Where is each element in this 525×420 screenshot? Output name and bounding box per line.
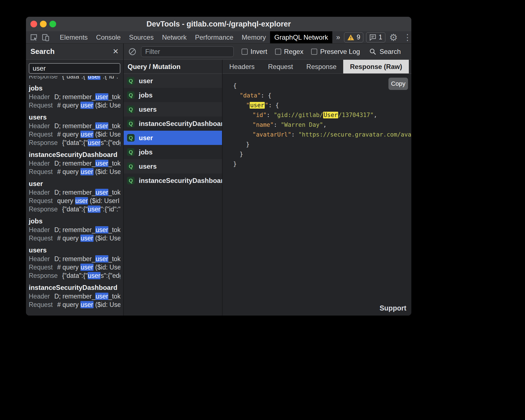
invert-checkbox[interactable] [242, 49, 248, 55]
messages-badge[interactable]: 1 [366, 32, 385, 42]
kebab-menu-icon[interactable]: ⋮ [402, 33, 411, 42]
json-segment: } [233, 161, 237, 167]
search-result-row[interactable]: Request# query user ($id: UserI [29, 234, 120, 242]
clear-icon[interactable] [128, 47, 137, 56]
query-list-panel: Query / Mutation QuserQjobsQusersQinstan… [124, 60, 223, 316]
query-row-jobs[interactable]: Qjobs [124, 88, 222, 102]
search-result-row[interactable]: Response{"data":{"users":{"edges [29, 139, 120, 147]
text-segment: _token=e [108, 93, 120, 101]
result-row-label: Header [29, 293, 50, 300]
search-result-group-title: jobs [29, 217, 120, 226]
match-highlight: user [88, 76, 101, 80]
support-link[interactable]: Support [380, 304, 406, 312]
search-result-row[interactable]: HeaderD; remember_user_token=e [29, 93, 120, 101]
search-result-row[interactable]: HeaderD; remember_user_token=e [29, 255, 120, 263]
query-row-users[interactable]: Qusers [124, 102, 222, 116]
close-window-button[interactable] [30, 21, 37, 27]
search-result-group-title: instanceSecurityDashboard [29, 150, 120, 159]
text-segment: D; remember_ [54, 293, 95, 300]
detail-tab-request[interactable]: Request [261, 60, 300, 73]
detail-tabs-container: HeadersRequestResponseResponse (Raw) [223, 60, 409, 73]
query-type-badge: Q [127, 177, 135, 184]
close-search-panel-icon[interactable]: ✕ [113, 47, 119, 56]
inspect-element-icon[interactable] [28, 32, 39, 42]
query-row-user[interactable]: Quser [124, 74, 222, 88]
text-segment: D; remember_ [54, 122, 95, 130]
regex-checkbox-row: Regex [275, 48, 303, 56]
tab-graphql-network[interactable]: GraphQL Network [270, 31, 332, 43]
match-highlight: user [95, 293, 108, 300]
settings-gear-icon[interactable]: ⚙ [388, 33, 399, 42]
minimize-window-button[interactable] [40, 21, 47, 27]
tab-network[interactable]: Network [158, 31, 191, 43]
search-result-row[interactable]: Request# query user ($id: UserI [29, 130, 120, 139]
json-segment: " [265, 102, 268, 109]
match-highlight: user [95, 226, 108, 233]
text-segment: ($id: UserI [94, 264, 120, 271]
search-result-row[interactable]: HeaderD; remember_user_token=e [29, 292, 120, 300]
search-result-row[interactable]: Response{"data":{"users":{"edges [29, 271, 120, 280]
search-result-row[interactable]: Request# query user ($id: UserI [29, 263, 120, 271]
search-toggle-button[interactable]: Search [369, 48, 401, 56]
window-title: DevTools - gitlab.com/-/graphql-explorer [26, 20, 411, 28]
search-result-row[interactable]: HeaderD; remember_user_token=e [29, 226, 120, 234]
tab-sources[interactable]: Sources [125, 31, 158, 43]
preserve-log-checkbox[interactable] [311, 49, 317, 55]
preserve-log-label: Preserve Log [320, 48, 360, 56]
text-segment: s":{"edges [101, 139, 120, 146]
result-row-label: Header [29, 122, 50, 130]
tab-elements[interactable]: Elements [56, 31, 92, 43]
text-segment: _token=e [108, 226, 120, 233]
detail-tab-headers[interactable]: Headers [223, 60, 261, 73]
search-result-row[interactable]: Requestquery user ($id: UserI [29, 197, 120, 205]
warnings-badge[interactable]: 9 [344, 32, 363, 42]
text-segment: # query [57, 235, 80, 242]
search-result-row[interactable]: Request# query user ($id: UserI [29, 168, 120, 176]
query-row-jobs[interactable]: Qjobs [124, 145, 222, 159]
query-type-badge: Q [127, 148, 135, 156]
text-segment: query [57, 197, 75, 204]
regex-checkbox[interactable] [275, 49, 281, 55]
query-row-instanceSecurityDashboard[interactable]: QinstanceSecurityDashboard [124, 173, 222, 188]
detail-tab-response-raw[interactable]: Response (Raw) [343, 60, 409, 73]
json-line: { [233, 81, 411, 91]
filter-input[interactable] [141, 46, 234, 57]
query-list: QuserQjobsQusersQinstanceSecurityDashboa… [124, 74, 222, 316]
search-input[interactable] [29, 63, 120, 74]
close-details-icon[interactable]: ✕ [409, 60, 411, 73]
search-result-row[interactable]: HeaderD; remember_user_token=e [29, 188, 120, 197]
search-result-row[interactable]: HeaderD; remember_user_token=e [29, 159, 120, 168]
tab-console[interactable]: Console [92, 31, 125, 43]
more-tabs-button[interactable]: » [332, 31, 344, 43]
result-row-label: Response [29, 206, 58, 213]
tab-performance[interactable]: Performance [191, 31, 237, 43]
match-highlight: user [95, 93, 108, 101]
search-result-group-title: users [29, 113, 120, 122]
search-result-row[interactable]: Request# query user ($id: UserI [29, 300, 120, 309]
json-segment: "name" [252, 121, 274, 128]
search-result-row[interactable]: HeaderD; remember_user_token=e [29, 122, 120, 130]
tab-memory[interactable]: Memory [238, 31, 270, 43]
device-toolbar-icon[interactable] [40, 32, 51, 42]
match-highlight: user [80, 235, 94, 242]
json-segment: "Warren Day" [281, 121, 323, 128]
search-result-row[interactable]: Response{"data":{"user":{"id":"gi [29, 205, 120, 213]
json-viewer: {"data": {"user": {"id": "gid://gitlab/U… [233, 81, 411, 169]
query-row-label: jobs [139, 148, 152, 156]
copy-button[interactable]: Copy [388, 78, 408, 90]
devtools-toolbar: ElementsConsoleSourcesNetworkPerformance… [26, 31, 411, 44]
zoom-window-button[interactable] [49, 21, 56, 27]
text-segment: ($id: UserI [94, 301, 120, 308]
search-result-row[interactable]: Request# query user ($id: UserI [29, 101, 120, 109]
query-row-instanceSecurityDashboard[interactable]: QinstanceSecurityDashboard [124, 116, 222, 131]
json-segment: , [323, 121, 327, 128]
search-result-row[interactable]: Response{"data":{"user":{"id":"gi [29, 76, 120, 80]
text-segment: ($id: UserI [88, 197, 119, 204]
query-row-user[interactable]: Quser [124, 131, 222, 145]
network-content: Query / Mutation QuserQjobsQusersQinstan… [124, 60, 411, 316]
json-segment: : { [261, 92, 271, 99]
result-row-label: Request [29, 197, 53, 204]
detail-tab-response[interactable]: Response [300, 60, 343, 73]
query-row-users[interactable]: Qusers [124, 159, 222, 173]
query-row-label: instanceSecurityDashboard [139, 120, 222, 128]
